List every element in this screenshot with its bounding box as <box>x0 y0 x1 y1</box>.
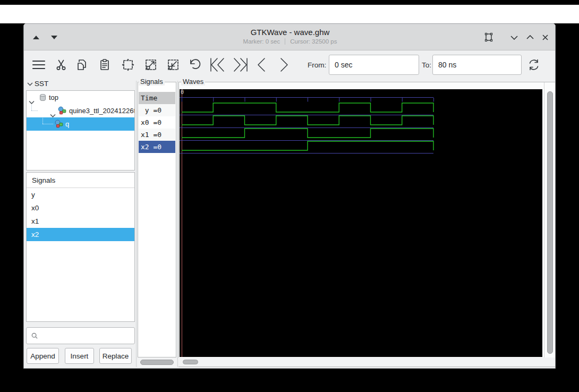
module-icon <box>55 120 63 128</box>
pane-splitter[interactable] <box>177 81 178 367</box>
tree-item-q[interactable]: q <box>27 117 134 131</box>
chevron-down-icon <box>27 80 33 88</box>
chevron-up-icon <box>526 35 534 40</box>
tree-item-label: top <box>49 91 58 104</box>
signal-search-box <box>26 327 135 344</box>
waves-frame-label: Waves <box>181 78 205 86</box>
signal-value-row-x2[interactable]: x2 =0 <box>139 141 175 153</box>
signal-values-hscrollbar-thumb[interactable] <box>140 360 174 365</box>
undo-arrow-icon <box>188 59 201 71</box>
module-icon <box>58 106 66 115</box>
tree-item-label: q <box>65 117 69 131</box>
signal-value-row-x1[interactable]: x1 =0 <box>139 129 175 141</box>
list-item-x1[interactable]: x1 <box>27 215 134 228</box>
sst-tree-panel: top quine3_ttl_20241226tes q <box>26 90 135 171</box>
chevron-down-icon <box>510 35 518 40</box>
signal-values-hscrollbar-track[interactable] <box>138 358 176 367</box>
reload-icon <box>527 58 540 71</box>
desktop-background-band <box>0 5 579 23</box>
zoom-fit-button[interactable] <box>117 54 139 75</box>
marker-status: Marker: 0 sec <box>243 38 280 45</box>
shift-right-button[interactable] <box>274 54 295 75</box>
search-icon <box>31 332 38 339</box>
tree-guide-line <box>31 110 38 111</box>
copy-button[interactable] <box>72 54 93 75</box>
waves-hscrollbar-track[interactable] <box>178 357 555 367</box>
gtkwave-window: GTKWave - wave.ghw Marker: 0 sec Cursor:… <box>23 23 556 369</box>
tree-guide-line <box>42 117 43 124</box>
scissors-icon <box>56 59 66 71</box>
to-field[interactable] <box>432 55 522 75</box>
replace-button[interactable]: Replace <box>99 348 132 364</box>
waves-vscrollbar-thumb[interactable] <box>547 91 553 354</box>
tree-item-quine3[interactable]: quine3_ttl_20241226tes <box>27 104 134 117</box>
close-button[interactable] <box>538 30 552 44</box>
signal-list-panel: Signals y x0 x1 x2 <box>26 172 135 322</box>
undo-button[interactable] <box>184 54 205 75</box>
zoom-out-icon <box>167 58 180 71</box>
fullscreen-icon <box>484 32 493 42</box>
pane-splitter[interactable] <box>136 81 137 367</box>
from-field[interactable] <box>329 55 419 75</box>
sst-label: SST <box>35 80 48 88</box>
waves-hscrollbar-thumb[interactable] <box>183 360 198 364</box>
chevron-left-icon <box>257 58 266 72</box>
search-input[interactable] <box>41 328 134 344</box>
minimize-button[interactable] <box>507 30 521 44</box>
zoom-to-start-button[interactable] <box>206 54 229 75</box>
cursor-status: Cursor: 32500 ps <box>290 38 337 45</box>
database-icon <box>39 93 47 101</box>
tree-item-top[interactable]: top <box>27 91 134 104</box>
to-label: To: <box>422 61 431 69</box>
fullscreen-button[interactable] <box>482 30 496 44</box>
expander-chevron-icon[interactable] <box>29 96 35 104</box>
list-item-y[interactable]: y <box>27 188 134 201</box>
close-icon <box>542 34 549 41</box>
time-column-header: Time <box>139 92 175 104</box>
timeline-origin-label: 0 <box>181 89 184 95</box>
status-subtitle: Marker: 0 sec Cursor: 32500 ps <box>24 38 556 45</box>
shift-left-button[interactable] <box>251 54 272 75</box>
titlebar[interactable]: GTKWave - wave.ghw Marker: 0 sec Cursor:… <box>24 24 556 50</box>
signal-value-row-y[interactable]: y =0 <box>139 104 175 116</box>
list-item-x2[interactable]: x2 <box>27 228 134 241</box>
subtitle-divider <box>285 38 285 45</box>
copy-icon <box>77 59 88 71</box>
cut-button[interactable] <box>50 54 72 75</box>
zoom-fit-icon <box>122 58 134 71</box>
sst-pane-header[interactable]: SST <box>27 80 48 88</box>
menu-button[interactable] <box>28 54 49 75</box>
signals-frame-label: Signals <box>139 78 165 86</box>
clipboard-paste-icon <box>100 59 109 71</box>
wave-canvas[interactable]: 0 <box>180 89 542 357</box>
insert-button[interactable]: Insert <box>65 348 94 364</box>
waveform-plot <box>180 89 542 357</box>
signal-values-panel: Time y =0 x0 =0 x1 =0 x2 =0 <box>138 82 176 357</box>
signal-list-header: Signals <box>27 173 134 188</box>
tree-guide-line <box>31 104 32 110</box>
reload-button[interactable] <box>523 54 544 75</box>
skip-to-end-icon <box>232 58 248 72</box>
zoom-to-end-button[interactable] <box>228 54 252 75</box>
signal-value-row-x0[interactable]: x0 =0 <box>139 116 175 129</box>
hamburger-menu-icon <box>32 59 46 70</box>
append-button[interactable]: Append <box>27 348 59 364</box>
maximize-button[interactable] <box>523 30 537 44</box>
from-label: From: <box>308 61 326 69</box>
window-title: GTKWave - wave.ghw <box>24 28 556 37</box>
zoom-in-icon <box>144 58 157 71</box>
zoom-out-button[interactable] <box>163 54 184 75</box>
chevron-right-icon <box>279 58 289 72</box>
tree-item-label: quine3_ttl_20241226tes <box>69 104 134 117</box>
tree-guide-line <box>42 124 53 124</box>
zoom-in-button[interactable] <box>140 54 161 75</box>
paste-button[interactable] <box>94 54 115 75</box>
list-item-x0[interactable]: x0 <box>27 201 134 215</box>
expander-chevron-icon[interactable] <box>50 109 56 117</box>
waves-vscrollbar-track[interactable] <box>544 82 555 357</box>
skip-to-start-icon <box>210 58 226 72</box>
